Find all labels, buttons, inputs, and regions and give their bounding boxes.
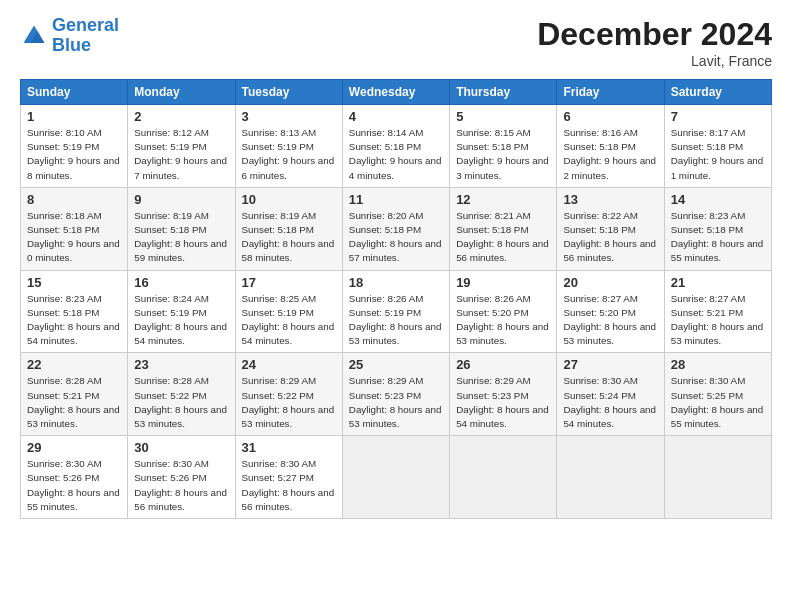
table-row: 12Sunrise: 8:21 AMSunset: 5:18 PMDayligh… [450, 187, 557, 270]
col-wednesday: Wednesday [342, 80, 449, 105]
logo-icon [20, 22, 48, 50]
day-number: 4 [349, 109, 443, 124]
table-row: 8Sunrise: 8:18 AMSunset: 5:18 PMDaylight… [21, 187, 128, 270]
table-row: 15Sunrise: 8:23 AMSunset: 5:18 PMDayligh… [21, 270, 128, 353]
col-thursday: Thursday [450, 80, 557, 105]
table-row: 22Sunrise: 8:28 AMSunset: 5:21 PMDayligh… [21, 353, 128, 436]
day-number: 27 [563, 357, 657, 372]
table-row: 21Sunrise: 8:27 AMSunset: 5:21 PMDayligh… [664, 270, 771, 353]
table-row: 9Sunrise: 8:19 AMSunset: 5:18 PMDaylight… [128, 187, 235, 270]
day-info: Sunrise: 8:30 AMSunset: 5:25 PMDaylight:… [671, 374, 765, 431]
day-number: 2 [134, 109, 228, 124]
calendar-row: 15Sunrise: 8:23 AMSunset: 5:18 PMDayligh… [21, 270, 772, 353]
table-row: 10Sunrise: 8:19 AMSunset: 5:18 PMDayligh… [235, 187, 342, 270]
day-number: 25 [349, 357, 443, 372]
day-info: Sunrise: 8:23 AMSunset: 5:18 PMDaylight:… [671, 209, 765, 266]
day-info: Sunrise: 8:23 AMSunset: 5:18 PMDaylight:… [27, 292, 121, 349]
day-info: Sunrise: 8:22 AMSunset: 5:18 PMDaylight:… [563, 209, 657, 266]
table-row [664, 436, 771, 519]
day-info: Sunrise: 8:27 AMSunset: 5:20 PMDaylight:… [563, 292, 657, 349]
table-row: 18Sunrise: 8:26 AMSunset: 5:19 PMDayligh… [342, 270, 449, 353]
day-info: Sunrise: 8:13 AMSunset: 5:19 PMDaylight:… [242, 126, 336, 183]
table-row: 20Sunrise: 8:27 AMSunset: 5:20 PMDayligh… [557, 270, 664, 353]
day-info: Sunrise: 8:26 AMSunset: 5:19 PMDaylight:… [349, 292, 443, 349]
day-info: Sunrise: 8:25 AMSunset: 5:19 PMDaylight:… [242, 292, 336, 349]
day-number: 19 [456, 275, 550, 290]
col-sunday: Sunday [21, 80, 128, 105]
logo-text: General Blue [52, 16, 119, 56]
table-row: 28Sunrise: 8:30 AMSunset: 5:25 PMDayligh… [664, 353, 771, 436]
day-info: Sunrise: 8:24 AMSunset: 5:19 PMDaylight:… [134, 292, 228, 349]
table-row: 24Sunrise: 8:29 AMSunset: 5:22 PMDayligh… [235, 353, 342, 436]
day-number: 28 [671, 357, 765, 372]
table-row: 30Sunrise: 8:30 AMSunset: 5:26 PMDayligh… [128, 436, 235, 519]
day-number: 11 [349, 192, 443, 207]
col-saturday: Saturday [664, 80, 771, 105]
day-info: Sunrise: 8:15 AMSunset: 5:18 PMDaylight:… [456, 126, 550, 183]
col-monday: Monday [128, 80, 235, 105]
month-title: December 2024 [537, 16, 772, 53]
day-number: 29 [27, 440, 121, 455]
day-number: 20 [563, 275, 657, 290]
table-row [450, 436, 557, 519]
table-row: 11Sunrise: 8:20 AMSunset: 5:18 PMDayligh… [342, 187, 449, 270]
day-info: Sunrise: 8:28 AMSunset: 5:22 PMDaylight:… [134, 374, 228, 431]
day-number: 17 [242, 275, 336, 290]
day-number: 26 [456, 357, 550, 372]
day-number: 31 [242, 440, 336, 455]
calendar-row: 8Sunrise: 8:18 AMSunset: 5:18 PMDaylight… [21, 187, 772, 270]
table-row: 19Sunrise: 8:26 AMSunset: 5:20 PMDayligh… [450, 270, 557, 353]
day-info: Sunrise: 8:30 AMSunset: 5:26 PMDaylight:… [27, 457, 121, 514]
day-number: 13 [563, 192, 657, 207]
calendar-row: 29Sunrise: 8:30 AMSunset: 5:26 PMDayligh… [21, 436, 772, 519]
day-number: 1 [27, 109, 121, 124]
day-number: 3 [242, 109, 336, 124]
table-row: 1Sunrise: 8:10 AMSunset: 5:19 PMDaylight… [21, 105, 128, 188]
day-number: 10 [242, 192, 336, 207]
day-number: 30 [134, 440, 228, 455]
day-number: 7 [671, 109, 765, 124]
title-block: December 2024 Lavit, France [537, 16, 772, 69]
location: Lavit, France [537, 53, 772, 69]
day-number: 6 [563, 109, 657, 124]
table-row [342, 436, 449, 519]
day-number: 8 [27, 192, 121, 207]
table-row: 14Sunrise: 8:23 AMSunset: 5:18 PMDayligh… [664, 187, 771, 270]
day-info: Sunrise: 8:16 AMSunset: 5:18 PMDaylight:… [563, 126, 657, 183]
col-friday: Friday [557, 80, 664, 105]
logo-blue: Blue [52, 35, 91, 55]
table-row: 29Sunrise: 8:30 AMSunset: 5:26 PMDayligh… [21, 436, 128, 519]
table-row: 31Sunrise: 8:30 AMSunset: 5:27 PMDayligh… [235, 436, 342, 519]
day-info: Sunrise: 8:14 AMSunset: 5:18 PMDaylight:… [349, 126, 443, 183]
table-row: 5Sunrise: 8:15 AMSunset: 5:18 PMDaylight… [450, 105, 557, 188]
day-info: Sunrise: 8:21 AMSunset: 5:18 PMDaylight:… [456, 209, 550, 266]
header-row: Sunday Monday Tuesday Wednesday Thursday… [21, 80, 772, 105]
day-info: Sunrise: 8:29 AMSunset: 5:22 PMDaylight:… [242, 374, 336, 431]
table-row [557, 436, 664, 519]
day-info: Sunrise: 8:28 AMSunset: 5:21 PMDaylight:… [27, 374, 121, 431]
day-info: Sunrise: 8:10 AMSunset: 5:19 PMDaylight:… [27, 126, 121, 183]
day-info: Sunrise: 8:19 AMSunset: 5:18 PMDaylight:… [242, 209, 336, 266]
day-info: Sunrise: 8:30 AMSunset: 5:26 PMDaylight:… [134, 457, 228, 514]
table-row: 6Sunrise: 8:16 AMSunset: 5:18 PMDaylight… [557, 105, 664, 188]
table-row: 27Sunrise: 8:30 AMSunset: 5:24 PMDayligh… [557, 353, 664, 436]
day-info: Sunrise: 8:29 AMSunset: 5:23 PMDaylight:… [349, 374, 443, 431]
table-row: 16Sunrise: 8:24 AMSunset: 5:19 PMDayligh… [128, 270, 235, 353]
day-info: Sunrise: 8:20 AMSunset: 5:18 PMDaylight:… [349, 209, 443, 266]
day-number: 24 [242, 357, 336, 372]
day-info: Sunrise: 8:29 AMSunset: 5:23 PMDaylight:… [456, 374, 550, 431]
day-info: Sunrise: 8:19 AMSunset: 5:18 PMDaylight:… [134, 209, 228, 266]
table-row: 25Sunrise: 8:29 AMSunset: 5:23 PMDayligh… [342, 353, 449, 436]
table-row: 26Sunrise: 8:29 AMSunset: 5:23 PMDayligh… [450, 353, 557, 436]
logo-general: General [52, 15, 119, 35]
day-info: Sunrise: 8:12 AMSunset: 5:19 PMDaylight:… [134, 126, 228, 183]
table-row: 3Sunrise: 8:13 AMSunset: 5:19 PMDaylight… [235, 105, 342, 188]
day-info: Sunrise: 8:27 AMSunset: 5:21 PMDaylight:… [671, 292, 765, 349]
table-row: 13Sunrise: 8:22 AMSunset: 5:18 PMDayligh… [557, 187, 664, 270]
day-number: 18 [349, 275, 443, 290]
day-number: 21 [671, 275, 765, 290]
table-row: 23Sunrise: 8:28 AMSunset: 5:22 PMDayligh… [128, 353, 235, 436]
day-number: 12 [456, 192, 550, 207]
day-info: Sunrise: 8:18 AMSunset: 5:18 PMDaylight:… [27, 209, 121, 266]
table-row: 2Sunrise: 8:12 AMSunset: 5:19 PMDaylight… [128, 105, 235, 188]
